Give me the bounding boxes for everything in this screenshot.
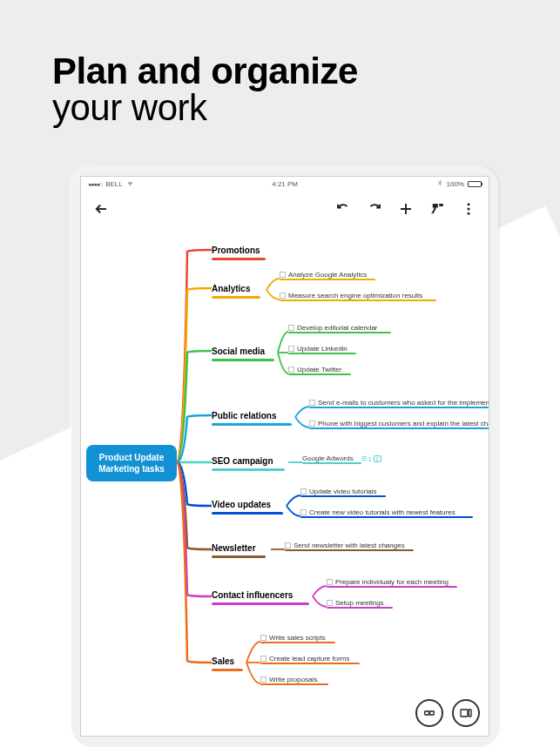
branch-analytics[interactable]: Analytics bbox=[212, 279, 260, 299]
task-text: Analyze Google Analytics bbox=[288, 271, 367, 279]
tablet-frame: BELL 4:21 PM 100% bbox=[71, 165, 498, 747]
back-button[interactable] bbox=[93, 201, 109, 217]
branch-news[interactable]: Newsletter bbox=[212, 539, 266, 558]
carrier-label: BELL bbox=[105, 180, 123, 188]
task-text: Update Linkedin bbox=[297, 345, 347, 353]
root-line2: Marketing tasks bbox=[95, 463, 168, 474]
task-item[interactable]: Google Adwords ☰1 2 bbox=[302, 454, 381, 462]
svg-point-0 bbox=[468, 203, 470, 205]
branch-label: Contact influencers bbox=[212, 590, 293, 601]
task-item[interactable]: Setup meetings bbox=[327, 599, 384, 607]
task-item[interactable]: Update video tutorials bbox=[300, 488, 376, 495]
branch-label: Sales bbox=[212, 656, 234, 667]
task-text: Send newsletter with latest changes bbox=[293, 542, 405, 549]
checkbox-icon[interactable] bbox=[260, 656, 267, 662]
branch-label: Social media bbox=[212, 347, 265, 357]
task-text: Setup meetings bbox=[335, 599, 384, 607]
root-line1: Product Update bbox=[95, 452, 168, 463]
task-item[interactable]: Create new video tutorials with newest f… bbox=[300, 508, 455, 516]
task-item[interactable]: Create lead capture forms bbox=[260, 655, 350, 663]
task-text: Send e-mails to customers who asked for … bbox=[318, 399, 489, 407]
checkbox-icon[interactable] bbox=[288, 346, 294, 352]
task-item[interactable]: Phone with biggest customers and explain… bbox=[309, 420, 489, 427]
branch-social[interactable]: Social media bbox=[212, 342, 274, 361]
task-item[interactable]: Write sales scripts bbox=[260, 634, 326, 642]
branch-label: SEO campaign bbox=[212, 456, 273, 467]
branch-label: Public relations bbox=[212, 411, 276, 421]
task-text: Google Adwords bbox=[302, 454, 354, 462]
redo-button[interactable] bbox=[367, 201, 382, 217]
checkbox-icon[interactable] bbox=[300, 509, 307, 515]
list-icon: ☰ bbox=[361, 455, 367, 462]
mindmap-canvas[interactable]: Product Update Marketing tasks Promotion… bbox=[81, 224, 489, 736]
toolbar bbox=[81, 191, 489, 224]
task-item[interactable]: Update Linkedin bbox=[288, 345, 347, 353]
format-button[interactable] bbox=[429, 201, 445, 217]
branch-contact[interactable]: Contact influencers bbox=[212, 586, 309, 605]
task-text: Update video tutorials bbox=[309, 488, 376, 495]
checkbox-icon[interactable] bbox=[280, 293, 286, 299]
branch-pr[interactable]: Public relations bbox=[212, 407, 292, 426]
headline: Plan and organize your work bbox=[52, 50, 358, 129]
svg-point-2 bbox=[468, 212, 470, 215]
svg-rect-5 bbox=[469, 710, 471, 717]
checkbox-icon[interactable] bbox=[260, 635, 267, 641]
screen: BELL 4:21 PM 100% bbox=[80, 176, 489, 737]
task-text: Update Twitter bbox=[297, 366, 341, 374]
task-badge: ☰1 2 bbox=[361, 455, 381, 462]
svg-rect-4 bbox=[461, 710, 468, 717]
task-text: Write sales scripts bbox=[269, 634, 326, 642]
branch-label: Newsletter bbox=[212, 543, 256, 554]
task-text: Create lead capture forms bbox=[269, 655, 350, 663]
task-item[interactable]: Prepare individualy for each meeting bbox=[327, 578, 449, 586]
battery-icon bbox=[468, 181, 482, 187]
task-item[interactable]: Update Twitter bbox=[288, 366, 341, 374]
branch-label: Promotions bbox=[212, 246, 260, 256]
branch-label: Analytics bbox=[212, 284, 250, 294]
layout-button[interactable] bbox=[452, 699, 480, 727]
branch-sales[interactable]: Sales bbox=[212, 652, 243, 671]
task-text: Phone with biggest customers and explain… bbox=[318, 420, 489, 427]
branch-label: Video updates bbox=[212, 500, 271, 510]
checkbox-icon[interactable] bbox=[327, 579, 333, 585]
task-item[interactable]: Send newsletter with latest changes bbox=[285, 542, 405, 549]
status-bar: BELL 4:21 PM 100% bbox=[81, 177, 489, 191]
add-button[interactable] bbox=[398, 201, 414, 217]
branch-promotions[interactable]: Promotions bbox=[212, 241, 266, 260]
svg-point-1 bbox=[468, 208, 470, 211]
bluetooth-icon bbox=[436, 179, 443, 188]
checkbox-icon[interactable] bbox=[309, 400, 315, 406]
more-button[interactable] bbox=[461, 201, 476, 217]
task-text: Measure search engine optimization resul… bbox=[288, 292, 422, 299]
checkbox-icon[interactable] bbox=[260, 676, 267, 683]
task-item[interactable]: Send e-mails to customers who asked for … bbox=[309, 399, 489, 407]
task-text: Prepare individualy for each meeting bbox=[335, 578, 449, 586]
battery-label: 100% bbox=[447, 180, 464, 188]
headline-bold: Plan and organize bbox=[52, 50, 358, 92]
signal-dots-icon bbox=[88, 180, 102, 188]
checkbox-icon[interactable] bbox=[288, 367, 294, 373]
checkbox-icon[interactable] bbox=[309, 421, 315, 427]
branch-seo[interactable]: SEO campaign bbox=[212, 452, 285, 471]
add-node-button[interactable] bbox=[415, 699, 443, 727]
undo-button[interactable] bbox=[335, 201, 351, 217]
wifi-icon bbox=[126, 179, 134, 189]
status-time: 4:21 PM bbox=[272, 180, 298, 188]
task-item[interactable]: Write proposals bbox=[260, 676, 317, 683]
headline-light: your work bbox=[52, 87, 358, 129]
task-item[interactable]: Analyze Google Analytics bbox=[280, 271, 367, 279]
branch-video[interactable]: Video updates bbox=[212, 495, 283, 515]
checkbox-icon[interactable] bbox=[280, 272, 286, 278]
task-text: Develop editorial calendar bbox=[297, 324, 378, 332]
floating-buttons bbox=[415, 699, 480, 727]
task-item[interactable]: Measure search engine optimization resul… bbox=[280, 292, 422, 299]
checkbox-icon[interactable] bbox=[288, 325, 294, 331]
checkbox-icon[interactable] bbox=[327, 600, 333, 606]
task-text: Create new video tutorials with newest f… bbox=[309, 508, 455, 516]
checkbox-icon[interactable] bbox=[285, 542, 291, 548]
root-node[interactable]: Product Update Marketing tasks bbox=[86, 445, 177, 481]
task-text: Write proposals bbox=[269, 676, 317, 683]
task-item[interactable]: Develop editorial calendar bbox=[288, 324, 378, 332]
checkbox-icon[interactable] bbox=[300, 488, 307, 495]
